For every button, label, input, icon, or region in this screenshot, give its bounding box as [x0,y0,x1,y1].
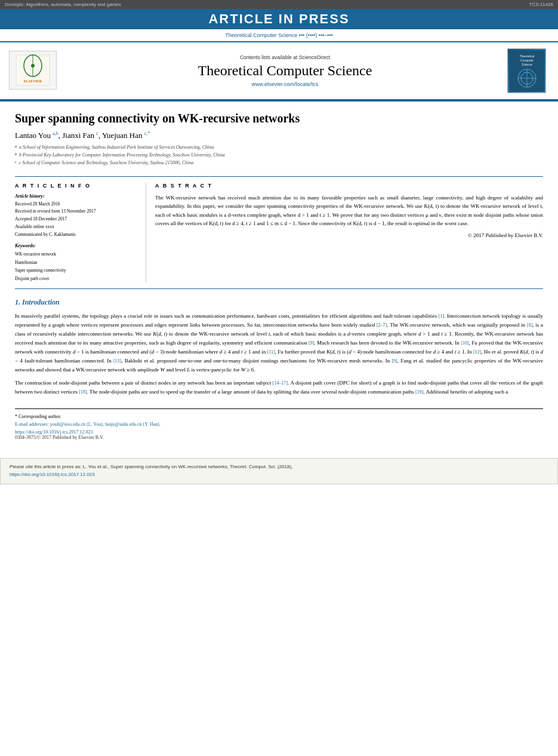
svg-point-3 [31,64,35,67]
article-info: A R T I C L E I N F O Article history: R… [15,183,146,283]
contents-line: Contents lists available at ScienceDirec… [63,54,507,60]
elsevier-logo: ELSEVIER [9,51,63,91]
ref-8: [8] [527,322,532,328]
ref-1: [1] [439,314,444,319]
journal-header: ELSEVIER Contents lists available at Sci… [0,42,558,100]
article-dates: Received 28 March 2016 Received in revis… [15,201,137,239]
issn-line: 0304-3975/© 2017 Published by Elsevier B… [15,435,543,440]
journal-ref-line: Theoretical Computer Science ••• (••••) … [0,29,558,42]
keyword-1: WK-recursive network [15,250,137,259]
citation-bar: Please cite this article in press as: L.… [0,458,558,484]
svg-text:Computer: Computer [520,59,534,62]
citation-doi[interactable]: https://doi.org/10.1016/j.tcs.2017.12.02… [10,472,95,477]
svg-text:Theoretical: Theoretical [519,54,534,58]
authors: Lantao You a,b, Jianxi Fan c, Yuejuan Ha… [15,131,543,140]
intro-heading: 1. Introduction [15,298,543,307]
svg-text:Science: Science [522,63,532,66]
article-history-title: Article history: [15,193,137,199]
affiliation-c: c c School of Computer Science and Techn… [15,159,543,167]
intro-paragraph-1: In massively parallel systems, the topol… [15,312,543,374]
article-in-press-label: ARTICLE IN PRESS [208,11,349,26]
keywords-title: Keywords: [15,243,137,248]
abstract-column: A B S T R A C T The WK-recursive network… [155,183,543,283]
svg-text:ELSEVIER: ELSEVIER [24,79,42,83]
communicated-by: Communicated by C. Kaklamanis [15,231,137,239]
paper-title: Super spanning connectivity on WK-recurs… [15,110,543,126]
intro-paragraph-2: The construction of node-disjoint paths … [15,379,543,397]
email-values: yoult@siso.edu.cn (L. You), fanjx@suda.e… [50,422,161,427]
ref-9: [9] [309,340,314,346]
keyword-2: Hamiltonian [15,259,137,267]
abstract-heading: A B S T R A C T [155,183,543,189]
email-addresses: E-mail addresses: yoult@siso.edu.cn (L. … [15,422,543,427]
top-bar: Doctopic: Algorithms, automata, complexi… [0,0,558,9]
keyword-3: Super spanning connectivity [15,266,137,275]
main-content: Super spanning connectivity on WK-recurs… [0,102,558,449]
elsevier-logo-image: ELSEVIER [9,51,57,90]
ref-18: [18] [79,389,87,395]
journal-name: Theoretical Computer Science [63,63,507,79]
article-info-abstract: A R T I C L E I N F O Article history: R… [15,176,543,290]
footer-notes: * Corresponding author. E-mail addresses… [15,408,543,440]
date-accepted: Accepted 18 December 2017 [15,216,137,223]
date-online: Available online xxxx [15,223,137,231]
date-revised: Received in revised form 13 November 201… [15,208,137,216]
ref-19: [19] [415,389,423,395]
doctopic-label: Doctopic: Algorithms, automata, complexi… [5,2,121,7]
corresponding-author-label: * Corresponding author. [15,414,543,419]
ref-12: [12] [473,349,481,355]
date-received: Received 28 March 2016 [15,201,137,208]
ref-9b: [9] [391,358,397,364]
keywords: WK-recursive network Hamiltonian Super s… [15,250,137,282]
cover-image: Theoretical Computer Science [507,48,546,93]
journal-url[interactable]: www.elsevier.com/locate/tcs [63,81,507,87]
keyword-4: Disjoint path cover [15,275,137,283]
abstract-text: The WK-recursive network has received mu… [155,193,543,228]
ref-13: [13] [113,358,121,364]
email-label: E-mail addresses: [15,422,49,427]
journal-cover: Theoretical Computer Science [507,48,549,93]
article-id: TCS:11426 [529,2,553,7]
journal-title-center: Contents lists available at ScienceDirec… [63,54,507,87]
affiliations: a a School of Information Engineering, S… [15,144,543,167]
journal-ref-text: Theoretical Computer Science ••• (••••) … [225,32,333,38]
affiliation-a: a a School of Information Engineering, S… [15,144,543,152]
citation-text: Please cite this article in press as: L.… [10,464,292,469]
affiliation-b: b b Provincial Key Laboratory for Comput… [15,152,543,159]
article-in-press-bar: ARTICLE IN PRESS [0,9,558,29]
ref-2-7: [2–7] [377,322,387,328]
ref-11: [11] [267,349,275,355]
doi-link[interactable]: https://doi.org/10.1016/j.tcs.2017.12.02… [15,429,543,435]
ref-10: [10] [461,340,468,346]
ref-14-17: [14–17] [273,380,288,386]
article-info-heading: A R T I C L E I N F O [15,183,137,189]
copyright: © 2017 Published by Elsevier B.V. [155,232,543,238]
